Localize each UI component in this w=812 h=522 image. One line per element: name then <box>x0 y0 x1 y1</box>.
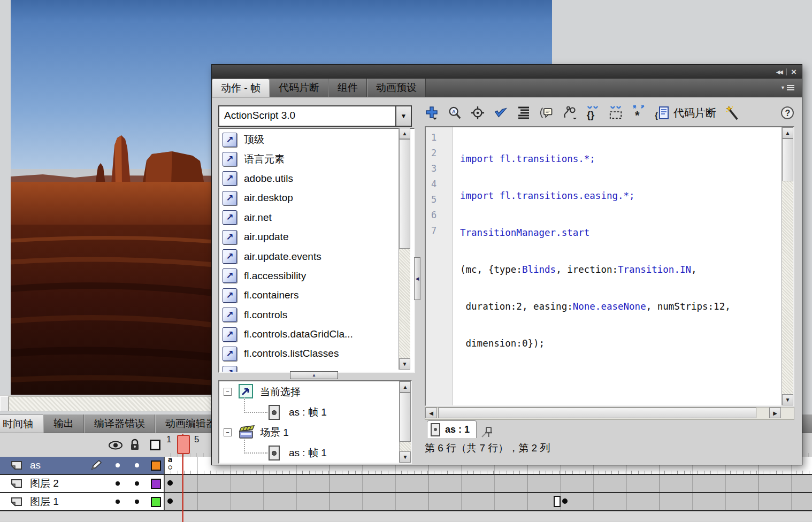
toolbox-scrollbar[interactable]: ▲ ▼ <box>399 128 410 370</box>
insert-target-path-button[interactable] <box>471 105 485 121</box>
pin-script-icon[interactable] <box>481 425 495 438</box>
outline-view-icon[interactable] <box>150 440 160 450</box>
list-item[interactable]: ↗adobe.utils <box>223 169 414 188</box>
layer-2-frames[interactable] <box>165 475 812 492</box>
scroll-down-button[interactable]: ▼ <box>782 394 793 405</box>
scroll-thumb[interactable] <box>782 139 793 181</box>
layer-1-frames[interactable] <box>165 493 812 510</box>
scroll-thumb[interactable] <box>399 139 410 249</box>
tab-actions-frame[interactable]: 动作 - 帧 <box>212 79 270 97</box>
navigator-scrollbar[interactable]: ▲ ▼ <box>399 381 411 463</box>
auto-format-button[interactable] <box>517 105 531 121</box>
show-hide-layers-icon[interactable] <box>109 441 122 450</box>
collapse-between-braces-button[interactable]: {} <box>586 105 600 121</box>
tree-collapse-icon[interactable]: − <box>224 428 232 436</box>
collapse-to-icons-button[interactable]: ◀◀ <box>776 69 782 75</box>
blank-end-frame-marker <box>554 496 561 507</box>
list-item[interactable]: ↗fl.containers <box>223 286 414 305</box>
list-item[interactable]: ↗fl.accessibility <box>223 266 414 286</box>
toolbox-splitter[interactable]: ▲ <box>218 371 410 379</box>
scroll-up-button[interactable]: ▲ <box>400 381 411 393</box>
tree-item-scene-as-frame-1[interactable]: as : 帧 1 <box>219 442 411 463</box>
combo-dropdown-arrow-icon[interactable]: ▼ <box>395 106 411 126</box>
tree-collapse-icon[interactable]: − <box>224 388 232 396</box>
layer-color-swatch[interactable] <box>151 460 161 471</box>
scroll-right-button[interactable]: ▶ <box>769 408 781 418</box>
expand-all-button[interactable]: * <box>632 105 646 121</box>
scroll-down-button[interactable]: ▼ <box>400 451 411 463</box>
layer-lock-dot[interactable] <box>135 463 139 467</box>
editor-h-scrollbar[interactable]: ◀ ▶ <box>425 407 794 420</box>
script-toolbar: A {} <box>425 101 794 125</box>
layer-row-2[interactable]: 图层 2 <box>0 475 812 493</box>
scroll-up-button[interactable]: ▲ <box>782 127 793 139</box>
script-tab-row: as : 1 <box>425 420 794 438</box>
collapse-selection-button[interactable] <box>609 105 623 121</box>
script-editor[interactable]: 1 2 3 4 5 6 7 import fl.transitions.*; i… <box>425 126 794 406</box>
actions-panel: ◀◀ × 动作 - 帧 代码片断 组件 动画预设 ▼ ActionScript … <box>211 64 802 465</box>
debug-options-button[interactable] <box>563 105 577 121</box>
layer-lock-dot[interactable] <box>135 481 139 486</box>
help-button[interactable]: ? <box>780 105 794 121</box>
list-item[interactable]: ↗fl.controls.dataGridCla... <box>223 325 414 344</box>
lock-layers-icon[interactable] <box>130 439 140 451</box>
frame-number-5: 5 <box>194 434 199 445</box>
pane-splitter[interactable]: ◀ <box>413 97 420 465</box>
list-item[interactable]: ↗air.update.events <box>223 247 414 266</box>
layer-color-swatch[interactable] <box>151 479 161 489</box>
layer-row-1[interactable]: 图层 1 <box>0 493 812 511</box>
code-snippets-button[interactable]: { 代码片断 <box>655 105 716 121</box>
scroll-thumb[interactable] <box>400 393 411 442</box>
scroll-left-button[interactable]: ◀ <box>425 408 437 418</box>
check-syntax-button[interactable] <box>494 105 508 121</box>
scroll-down-button[interactable]: ▼ <box>399 358 410 370</box>
tab-compiler-errors[interactable]: 编译器错误 <box>84 414 155 433</box>
layer-page-icon <box>11 479 22 488</box>
editor-v-scrollbar[interactable]: ▲ ▼ <box>782 127 793 405</box>
layer-visible-dot[interactable] <box>116 500 120 504</box>
list-item[interactable]: ↗顶级 <box>223 130 414 149</box>
actions-panel-titlebar[interactable]: ◀◀ × <box>212 65 802 79</box>
flash-workspace: 时间轴 输出 编译器错误 动画编辑器 1 5 <box>0 0 812 522</box>
show-code-hint-button[interactable] <box>540 105 554 121</box>
list-item[interactable]: ↗air.net <box>223 208 414 227</box>
actions-panel-body: ActionScript 3.0 ▼ ↗顶级 ↗语言元素 ↗adobe.util… <box>212 97 802 465</box>
tree-item-as-frame-1[interactable]: as : 帧 1 <box>219 402 411 422</box>
magic-wand-button[interactable] <box>725 105 739 121</box>
script-tab-as-1[interactable]: as : 1 <box>427 420 477 438</box>
tab-output[interactable]: 输出 <box>43 414 84 433</box>
list-item[interactable]: ↗fl.controls <box>223 305 414 325</box>
package-icon: ↗ <box>223 171 237 186</box>
add-script-item-button[interactable] <box>425 105 439 121</box>
editor-status-bar: 第 6 行（共 7 行），第 2 列 <box>425 440 794 456</box>
list-item[interactable]: ↗fl.controls.listClasses <box>223 344 414 363</box>
frame1-action-marker: a○ <box>166 456 174 470</box>
tab-timeline[interactable]: 时间轴 <box>0 414 43 433</box>
tab-components[interactable]: 组件 <box>328 79 367 97</box>
tab-motion-presets[interactable]: 动画预设 <box>367 79 426 97</box>
stage-scroll-corner-button[interactable] <box>0 396 9 411</box>
scroll-up-button[interactable]: ▲ <box>399 128 410 139</box>
scroll-thumb[interactable] <box>438 408 756 418</box>
scene-clapperboard-icon <box>239 425 255 440</box>
list-item[interactable]: ↗air.desktop <box>223 188 414 208</box>
layer-visible-dot[interactable] <box>116 481 120 486</box>
pane-collapse-handle[interactable]: ◀ <box>414 257 420 300</box>
tab-code-snippets[interactable]: 代码片断 <box>270 79 328 97</box>
list-item[interactable]: ↗语言元素 <box>223 149 414 168</box>
layer-lock-dot[interactable] <box>135 500 139 504</box>
frame-script-icon <box>269 446 280 460</box>
playhead[interactable] <box>177 435 190 454</box>
layer-color-swatch[interactable] <box>151 497 161 507</box>
layer-name: 图层 1 <box>30 495 59 509</box>
actionscript-version-select[interactable]: ActionScript 3.0 ▼ <box>218 105 412 127</box>
splitter-collapse-button[interactable]: ▲ <box>290 371 338 379</box>
layer-visible-dot[interactable] <box>116 463 120 467</box>
code-text[interactable]: import fl.transitions.*; import fl.trans… <box>460 130 779 394</box>
list-item[interactable]: ↗air.update <box>223 227 414 247</box>
close-panel-button[interactable]: × <box>791 67 796 76</box>
find-button[interactable]: A <box>448 105 462 121</box>
svg-text:{}: {} <box>587 109 594 120</box>
panel-menu-button[interactable]: ▼ <box>780 79 802 97</box>
pencil-edit-icon <box>90 459 103 471</box>
